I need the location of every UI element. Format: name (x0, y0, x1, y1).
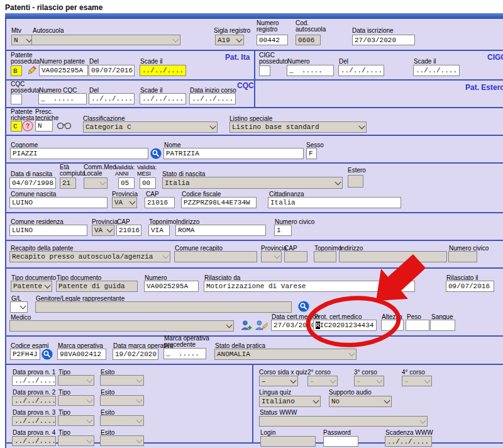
password-field[interactable] (323, 436, 358, 447)
validita-anni-field[interactable]: 05 (118, 177, 135, 189)
provincia-nascita-dropdown[interactable]: VA (112, 197, 137, 208)
tipo-3-dropdown[interactable] (58, 415, 94, 426)
marca-precedente-field[interactable]: _ ..... (163, 348, 206, 359)
cod-autoscuola-field[interactable]: 0606 (296, 35, 321, 45)
corso2-dropdown[interactable]: – (307, 376, 338, 386)
search-icon[interactable] (298, 301, 309, 312)
corso4-dropdown[interactable]: – (402, 376, 432, 386)
indirizzo-recapito-field[interactable] (339, 251, 447, 262)
sigla-registro-dropdown[interactable]: A19 (215, 35, 244, 45)
marca-operativa-field[interactable]: 98VA002412 (57, 349, 106, 360)
data-prova-3-field[interactable]: ../../.... (12, 416, 56, 426)
rilasciato-il-field[interactable]: 09/07/2016 (446, 281, 494, 292)
data-inizio-corso-field[interactable]: ../../.... (189, 93, 236, 104)
civico-recapito-field[interactable] (448, 251, 477, 262)
patente-del-field[interactable]: 09/07/2016 (89, 65, 135, 76)
esito-2-dropdown[interactable] (100, 395, 144, 406)
sesso-field[interactable]: F (306, 148, 317, 159)
recapito-patente-dropdown[interactable]: Recapito presso autoscuola/agenzia (9, 251, 170, 262)
help-icon[interactable]: ? (22, 120, 33, 132)
indirizzo-field[interactable]: ROMA (175, 225, 266, 236)
autoscuola-dropdown[interactable] (31, 35, 180, 45)
lingua-quiz-dropdown[interactable]: Italiano (259, 396, 321, 407)
validita-mesi-field[interactable]: 00 (140, 177, 156, 189)
tipo-documento-field[interactable]: Patente di guida (56, 281, 138, 292)
presc-tecniche-field[interactable]: N (35, 120, 53, 132)
numero-documento-field[interactable]: VA0025295A (144, 281, 199, 292)
mtv-dropdown[interactable]: N (11, 35, 34, 45)
cap-recapito-field[interactable] (284, 251, 307, 262)
stato-nascita-dropdown[interactable]: Italia (162, 177, 343, 189)
tipo-4-dropdown[interactable] (58, 435, 94, 446)
classificazione-dropdown[interactable]: Categoria C (83, 121, 218, 133)
gl-dropdown[interactable] (10, 301, 28, 313)
numero-cqc-field[interactable]: _ ..... (38, 93, 87, 104)
search-icon[interactable] (41, 349, 53, 360)
data-iscrizione-field[interactable]: 27/03/2020 (352, 35, 415, 45)
cqc-scade-field[interactable]: ../../.... (140, 93, 186, 104)
patente-richiesta-field[interactable]: C (11, 121, 22, 132)
edit-pencil-icon[interactable] (26, 65, 36, 76)
estero-field[interactable] (348, 175, 363, 188)
toponimo-recapito-field[interactable] (314, 251, 336, 262)
corso3-dropdown[interactable]: – (354, 376, 384, 386)
numero-registro-field[interactable]: 00442 (257, 35, 288, 45)
esito-4-dropdown[interactable] (100, 435, 144, 446)
provincia-recapito-dropdown[interactable] (261, 251, 282, 262)
scadenza-www-field[interactable]: ../../.... (385, 436, 432, 447)
genitore-field[interactable] (35, 301, 292, 313)
esito-3-dropdown[interactable] (100, 415, 144, 426)
data-prova-4-field[interactable]: ../../.... (12, 436, 56, 446)
cap-nascita-field[interactable]: 21016 (145, 197, 175, 208)
person-add-icon[interactable] (240, 320, 252, 332)
cap-residenza-field[interactable]: 21016 (116, 225, 141, 236)
listino-speciale-dropdown[interactable]: Listino base standard (229, 121, 367, 133)
data-prova-1-field[interactable]: ../../.... (12, 376, 56, 386)
eta-compiuta-field[interactable]: 21 (60, 177, 76, 189)
cigc-del-field[interactable]: ../../.... (338, 65, 384, 76)
supporto-audio-dropdown[interactable]: No (329, 396, 392, 407)
tipo-1-dropdown[interactable] (58, 375, 94, 386)
codice-esami-field[interactable]: P2FH4J (10, 349, 40, 360)
data-prova-2-field[interactable]: ../../.... (12, 396, 56, 406)
medico-dropdown[interactable] (9, 320, 234, 332)
corso-sida-dropdown[interactable]: – (259, 376, 298, 386)
rilasciato-da-field[interactable]: Motorizzazione di Varese (204, 281, 415, 292)
comune-residenza-field[interactable]: LUINO (9, 225, 87, 236)
patente-posseduta-field[interactable]: B (11, 65, 22, 76)
cigc-posseduto-field[interactable] (259, 65, 270, 76)
cittadinanza-field[interactable]: Italia (268, 197, 401, 208)
cigc-scade-field[interactable]: ../../.... (413, 65, 460, 76)
cqc-posseduta-field[interactable] (11, 94, 22, 104)
prot-rest: IC20201234434 (320, 322, 374, 329)
data-marca-operativa-field[interactable]: 19/02/2020 (113, 349, 158, 360)
numero-patente-field[interactable]: VA0025295A (39, 65, 88, 76)
patente-scade-field[interactable]: ../../.... (140, 65, 186, 76)
nome-field[interactable]: PATRIZIA (163, 148, 304, 159)
comune-nascita-field[interactable]: LUINO (9, 197, 108, 208)
person-edit-icon[interactable] (255, 320, 268, 332)
altezza-field[interactable] (381, 320, 404, 331)
peso-field[interactable] (406, 320, 429, 331)
cognome-field[interactable]: PIAZZI (10, 148, 148, 159)
esito-1-dropdown[interactable] (100, 375, 144, 386)
provincia-residenza-dropdown[interactable]: VA (92, 225, 114, 236)
data-nascita-field[interactable]: 04/07/1998 (9, 177, 56, 189)
comune-recapito-field[interactable] (174, 251, 257, 262)
toponimo-field[interactable]: VIA (148, 225, 170, 236)
cigc-numero-field[interactable]: _ ..... (287, 65, 334, 76)
search-icon[interactable] (150, 148, 162, 159)
status-www-dropdown[interactable] (259, 416, 428, 427)
comm-med-locale-dropdown[interactable] (84, 177, 108, 189)
cqc-del-field[interactable]: ../../.... (89, 93, 135, 104)
login-field[interactable] (260, 436, 316, 447)
prot-cert-medico-field[interactable]: RIC20201234434 (313, 320, 377, 331)
data-cert-medico-field[interactable]: 27/03/2020 (271, 320, 318, 331)
tipo-documento-dropdown[interactable]: Patente (11, 281, 52, 292)
sangue-field[interactable] (430, 320, 455, 331)
stato-pratica-dropdown[interactable]: ANOMALIA (214, 349, 357, 360)
tipo-2-dropdown[interactable] (58, 395, 94, 406)
glasses-icon[interactable] (57, 121, 72, 130)
numero-civico-field[interactable]: 1 (274, 225, 292, 236)
codice-fiscale-field[interactable]: PZZPRZ98L44E734W (181, 197, 257, 208)
